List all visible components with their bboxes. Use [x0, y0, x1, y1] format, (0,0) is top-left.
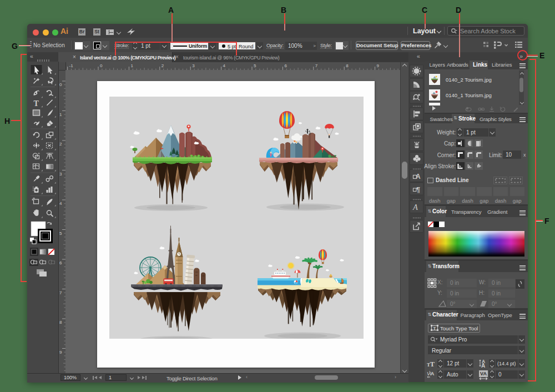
svg-text:A: A [481, 363, 485, 368]
svg-text:4: 4 [59, 201, 62, 206]
svg-text:9: 9 [377, 63, 380, 68]
svg-text:8: 8 [346, 63, 349, 68]
svg-text:7: 7 [59, 290, 62, 295]
svg-text:0: 0 [59, 82, 62, 87]
svg-text:4: 4 [223, 63, 226, 68]
svg-text:A: A [412, 203, 418, 212]
svg-text:A: A [416, 173, 421, 180]
svg-text:5: 5 [254, 63, 256, 68]
svg-text:T: T [430, 360, 435, 367]
svg-text:-1: -1 [69, 63, 74, 68]
svg-text:T: T [34, 99, 39, 108]
svg-text:3: 3 [59, 172, 62, 177]
svg-text:T: T [433, 326, 436, 331]
svg-text:6: 6 [284, 63, 287, 68]
svg-text:9: 9 [59, 350, 62, 355]
svg-text:8: 8 [59, 320, 62, 325]
svg-text:7: 7 [315, 63, 318, 68]
svg-text:5: 5 [59, 231, 62, 236]
svg-text:¶: ¶ [416, 186, 420, 194]
svg-text:0: 0 [100, 63, 103, 68]
svg-text:1: 1 [130, 63, 133, 68]
svg-text:2: 2 [162, 63, 164, 68]
svg-text:2: 2 [59, 142, 62, 147]
svg-text:3: 3 [192, 63, 195, 68]
svg-text:A: A [431, 370, 435, 376]
svg-text:6: 6 [59, 260, 62, 265]
svg-text:1: 1 [59, 112, 62, 117]
